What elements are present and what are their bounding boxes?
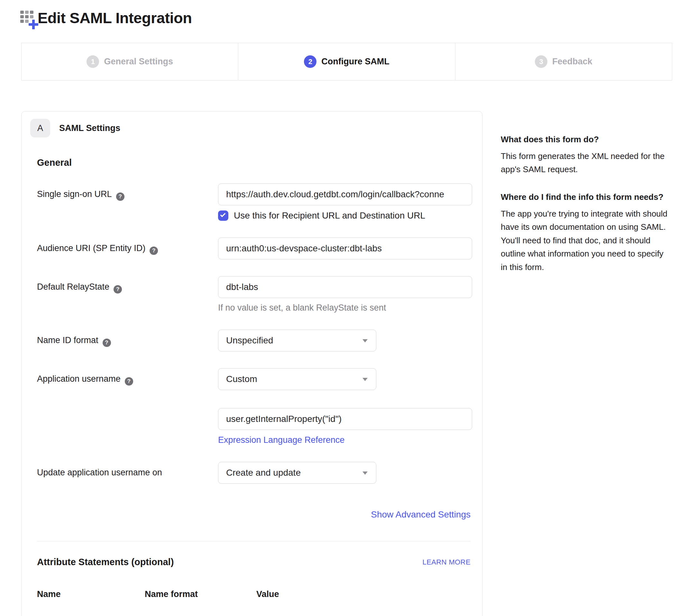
field-row-audience-uri: Audience URI (SP Entity ID)? <box>37 238 471 259</box>
dropdown-caret-icon <box>363 339 368 343</box>
step-number-badge: 1 <box>87 56 99 68</box>
sso-url-label-wrap: Single sign-on URL? <box>37 183 218 221</box>
relaystate-label-wrap: Default RelayState? <box>37 276 218 313</box>
field-row-sso-url: Single sign-on URL? Use this for Recipie… <box>37 183 471 221</box>
field-row-nameid-format: Name ID format? Unspecified <box>37 330 471 351</box>
update-username-selected-value: Create and update <box>226 468 301 478</box>
sso-url-label: Single sign-on URL <box>37 189 112 199</box>
step-number-badge: 3 <box>535 56 547 68</box>
general-section-heading: General <box>37 157 471 168</box>
column-header-name-format: Name format <box>145 589 256 599</box>
recipient-url-checkbox-label: Use this for Recipient URL and Destinati… <box>234 211 425 221</box>
audience-uri-label-wrap: Audience URI (SP Entity ID)? <box>37 238 218 259</box>
checkmark-icon <box>220 212 226 218</box>
help-answer-2: The app you're trying to integrate with … <box>501 207 668 274</box>
app-username-help-icon[interactable]: ? <box>125 377 133 386</box>
recipient-url-checkbox[interactable] <box>218 211 228 221</box>
dropdown-caret-icon <box>363 471 368 475</box>
wizard-stepper: 1 General Settings 2 Configure SAML 3 Fe… <box>21 43 672 81</box>
audience-uri-help-icon[interactable]: ? <box>150 246 158 255</box>
section-divider <box>37 541 471 541</box>
app-grid-plus-icon <box>20 10 35 25</box>
sso-url-help-icon[interactable]: ? <box>116 193 124 201</box>
attribute-statements-title: Attribute Statements (optional) <box>37 557 174 567</box>
nameid-label: Name ID format <box>37 335 98 345</box>
step-configure-saml[interactable]: 2 Configure SAML <box>238 43 455 80</box>
step-label: General Settings <box>104 57 173 67</box>
attribute-statements-table-header: Name Name format Value <box>37 589 471 599</box>
update-username-label: Update application username on <box>37 468 162 477</box>
field-row-relaystate: Default RelayState? If no value is set, … <box>37 276 471 313</box>
recipient-url-checkbox-row: Use this for Recipient URL and Destinati… <box>218 211 472 221</box>
edit-saml-integration-page: Edit SAML Integration 1 General Settings… <box>0 0 687 616</box>
show-advanced-settings-link[interactable]: Show Advanced Settings <box>371 509 471 520</box>
app-username-selected-value: Custom <box>226 374 257 384</box>
step-feedback[interactable]: 3 Feedback <box>455 43 672 80</box>
nameid-format-selected-value: Unspecified <box>226 335 273 346</box>
help-question-1: What does this form do? <box>501 134 668 146</box>
nameid-help-icon[interactable]: ? <box>102 338 111 347</box>
sso-url-input[interactable] <box>218 183 472 205</box>
app-username-label: Application username <box>37 374 121 383</box>
column-header-value: Value <box>256 589 279 599</box>
saml-settings-panel: A SAML Settings General Single sign-on U… <box>21 111 482 616</box>
relaystate-help-icon[interactable]: ? <box>114 285 122 293</box>
saml-form: Single sign-on URL? Use this for Recipie… <box>37 183 471 599</box>
help-question-2: Where do I find the info this form needs… <box>501 191 668 203</box>
panel-header: A SAML Settings <box>30 119 471 137</box>
learn-more-link[interactable]: LEARN MORE <box>422 558 471 567</box>
relaystate-label: Default RelayState <box>37 282 109 292</box>
update-username-label-wrap: Update application username on <box>37 462 218 484</box>
attribute-statements-header: Attribute Statements (optional) LEARN MO… <box>37 557 471 567</box>
column-header-name: Name <box>37 589 145 599</box>
audience-uri-label: Audience URI (SP Entity ID) <box>37 243 145 253</box>
custom-expression-input[interactable] <box>218 408 472 430</box>
step-label: Configure SAML <box>321 57 389 67</box>
step-general-settings[interactable]: 1 General Settings <box>22 43 238 80</box>
section-a-badge: A <box>30 119 50 137</box>
audience-uri-input[interactable] <box>218 238 472 259</box>
app-username-select[interactable]: Custom <box>218 368 376 390</box>
relaystate-input[interactable] <box>218 276 472 298</box>
relaystate-helper-text: If no value is set, a blank RelayState i… <box>218 303 472 313</box>
help-sidebar: What does this form do? This form genera… <box>501 134 668 289</box>
nameid-format-select[interactable]: Unspecified <box>218 330 376 351</box>
panel-title: SAML Settings <box>59 123 120 133</box>
expression-language-reference-link[interactable]: Expression Language Reference <box>218 435 344 445</box>
field-row-app-username: Application username? Custom Expression … <box>37 368 471 445</box>
page-header: Edit SAML Integration <box>20 9 192 27</box>
help-answer-1: This form generates the XML needed for t… <box>501 150 668 176</box>
update-username-select[interactable]: Create and update <box>218 462 376 484</box>
app-username-label-wrap: Application username? <box>37 368 218 445</box>
step-label: Feedback <box>552 57 592 67</box>
nameid-label-wrap: Name ID format? <box>37 330 218 351</box>
field-row-update-username: Update application username on Create an… <box>37 462 471 484</box>
dropdown-caret-icon <box>363 378 368 381</box>
page-title: Edit SAML Integration <box>38 9 192 27</box>
step-number-badge: 2 <box>304 56 317 68</box>
